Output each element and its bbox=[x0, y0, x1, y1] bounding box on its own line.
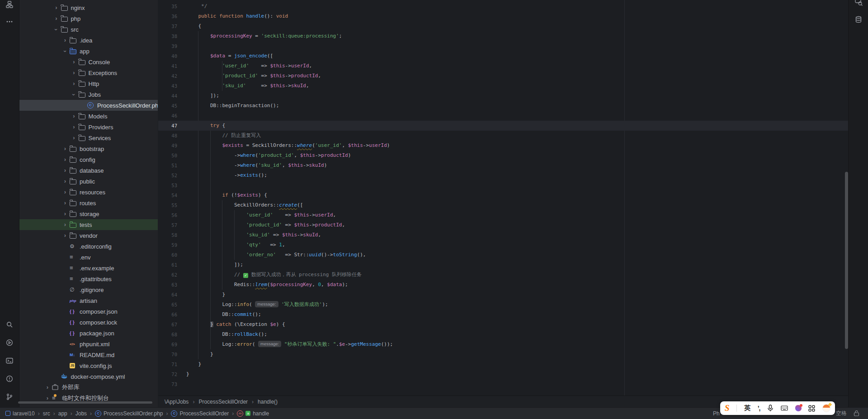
chevron-right-icon[interactable]: › bbox=[64, 178, 66, 184]
ime-skin-icon[interactable] bbox=[795, 405, 802, 411]
tree-item-composer.json[interactable]: { }composer.json bbox=[19, 306, 158, 317]
breadcrumb-item[interactable]: handle() bbox=[258, 399, 278, 405]
code-line-36[interactable]: 36 public function handle(): void bbox=[158, 11, 849, 21]
tree-item-config[interactable]: ›config bbox=[19, 154, 158, 165]
version-control-icon[interactable] bbox=[6, 393, 13, 400]
line-number[interactable]: 49 bbox=[158, 141, 177, 151]
chevron-right-icon[interactable]: › bbox=[47, 384, 48, 391]
tree-item--[interactable]: ›外部库 bbox=[19, 382, 158, 393]
chevron-right-icon[interactable]: › bbox=[73, 134, 75, 141]
code-line-43[interactable]: 43 'sku_id' => $this->skuId, bbox=[158, 81, 849, 91]
code-line-58[interactable]: 58 'sku_id' => $this->skuId, bbox=[158, 230, 849, 240]
code-line-47[interactable]: 47 try { bbox=[158, 121, 849, 131]
line-number[interactable]: 55 bbox=[158, 200, 177, 210]
chevron-down-icon[interactable]: › bbox=[62, 50, 69, 52]
code-line-64[interactable]: 64 } bbox=[158, 290, 849, 300]
tree-item-Services[interactable]: ›Services bbox=[19, 132, 158, 143]
code-line-38[interactable]: 38 $processingKey = 'seckill:queue:proce… bbox=[158, 31, 849, 41]
code-line-49[interactable]: 49 $exists = SeckillOrders::where('user_… bbox=[158, 141, 849, 151]
code-line-41[interactable]: 41 'user_id' => $this->userId, bbox=[158, 61, 849, 71]
tree-item-.gitattributes[interactable]: ≡.gitattributes bbox=[19, 273, 158, 284]
status-path-item[interactable]: CProcessSeckillOrder.php bbox=[95, 410, 163, 417]
code-line-69[interactable]: 69 Log::error( message: "秒杀订单写入失败: ".$e-… bbox=[158, 339, 849, 349]
line-number[interactable]: 52 bbox=[158, 170, 177, 180]
tree-item-public[interactable]: ›public bbox=[19, 176, 158, 187]
line-number[interactable]: 54 bbox=[158, 190, 177, 200]
tree-item-.env.example[interactable]: ≡.env.example bbox=[19, 263, 158, 273]
code-line-63[interactable]: 63 Redis::lrem($processingKey, 0, $data)… bbox=[158, 280, 849, 290]
code-line-71[interactable]: 71 } bbox=[158, 359, 849, 369]
tree-item-.editorconfig[interactable]: ⚙.editorconfig bbox=[19, 241, 158, 252]
chevron-right-icon[interactable]: › bbox=[64, 210, 66, 217]
chevron-right-icon[interactable]: › bbox=[64, 221, 66, 228]
editor-vertical-scrollbar[interactable] bbox=[845, 172, 848, 349]
code-line-42[interactable]: 42 'product_id' => $this->productId, bbox=[158, 71, 849, 81]
tree-item-Console[interactable]: ›Console bbox=[19, 56, 158, 67]
tree-item-vendor[interactable]: ›vendor bbox=[19, 230, 158, 241]
code-line-35[interactable]: 35 */ bbox=[158, 1, 849, 11]
chevron-right-icon[interactable]: › bbox=[55, 15, 57, 22]
tree-item-vite.config.js[interactable]: JSvite.config.js bbox=[19, 360, 158, 371]
status-path-item[interactable]: Jobs bbox=[75, 410, 87, 417]
virtual-keyboard-icon[interactable] bbox=[781, 405, 788, 411]
microphone-icon[interactable] bbox=[767, 405, 774, 412]
services-icon[interactable] bbox=[6, 339, 13, 346]
chevron-right-icon[interactable]: › bbox=[73, 58, 75, 65]
tree-item-docker-compose.yml[interactable]: docker-compose.yml bbox=[19, 371, 158, 382]
line-number[interactable]: 71 bbox=[158, 359, 177, 369]
chevron-right-icon[interactable]: › bbox=[64, 188, 66, 195]
unlock-icon[interactable] bbox=[854, 410, 859, 418]
line-number[interactable]: 44 bbox=[158, 91, 177, 101]
sogou-logo-icon[interactable]: S bbox=[725, 403, 730, 413]
status-path-item[interactable]: mahandle bbox=[237, 410, 269, 417]
code-line-68[interactable]: 68 DB::rollBack(); bbox=[158, 330, 849, 339]
find-icon[interactable] bbox=[855, 0, 862, 5]
code-line-40[interactable]: 40 $data = json_encode([ bbox=[158, 51, 849, 61]
code-line-59[interactable]: 59 'qty' => 1, bbox=[158, 240, 849, 250]
chevron-down-icon[interactable]: › bbox=[71, 94, 77, 95]
code-line-65[interactable]: 65 Log::info( message: '写入数据库成功'); bbox=[158, 300, 849, 310]
line-number[interactable]: 38 bbox=[158, 31, 177, 41]
project-icon[interactable] bbox=[6, 1, 13, 8]
tree-item-Jobs[interactable]: ›Jobs bbox=[19, 89, 158, 100]
code-line-66[interactable]: 66 DB::commit(); bbox=[158, 310, 849, 320]
line-number[interactable]: 42 bbox=[158, 71, 177, 81]
tree-item-.idea[interactable]: ›.idea bbox=[19, 35, 158, 46]
ime-language-toggle[interactable]: 英 bbox=[744, 404, 750, 412]
tree-item-resources[interactable]: ›resources bbox=[19, 187, 158, 198]
code-line-60[interactable]: 60 'order_no' => Str::uuid()->toString()… bbox=[158, 250, 849, 260]
breadcrumb-item[interactable]: \App\Jobs bbox=[165, 399, 189, 405]
line-number[interactable]: 65 bbox=[158, 300, 177, 310]
code-line-61[interactable]: 61 ]); bbox=[158, 260, 849, 270]
ime-punctuation-toggle[interactable]: ’, bbox=[758, 405, 760, 412]
code-line-39[interactable]: 39 bbox=[158, 41, 849, 51]
tree-item-ProcessSeckillOrder.php[interactable]: CProcessSeckillOrder.php bbox=[19, 100, 158, 111]
line-number[interactable]: 41 bbox=[158, 61, 177, 71]
chevron-right-icon[interactable]: › bbox=[73, 113, 75, 119]
database-icon[interactable] bbox=[855, 16, 862, 23]
code-line-46[interactable]: 46 bbox=[158, 111, 849, 121]
line-number[interactable]: 60 bbox=[158, 250, 177, 260]
status-path-item[interactable]: src bbox=[43, 410, 50, 417]
tree-item-routes[interactable]: ›routes bbox=[19, 198, 158, 208]
line-number[interactable]: 59 bbox=[158, 240, 177, 250]
tree-item-Http[interactable]: ›Http bbox=[19, 78, 158, 89]
breadcrumb-item[interactable]: ProcessSeckillOrder bbox=[198, 399, 248, 405]
code-line-54[interactable]: 54 if (!$exists) { bbox=[158, 190, 849, 200]
chevron-right-icon[interactable]: › bbox=[73, 123, 75, 130]
line-number[interactable]: 61 bbox=[158, 260, 177, 270]
line-number[interactable]: 70 bbox=[158, 349, 177, 359]
tree-item-.gitignore[interactable]: ∅.gitignore bbox=[19, 284, 158, 295]
line-number[interactable]: 72 bbox=[158, 369, 177, 379]
line-number[interactable]: 66 bbox=[158, 310, 177, 320]
line-number[interactable]: 50 bbox=[158, 151, 177, 160]
chevron-right-icon[interactable]: › bbox=[73, 80, 75, 87]
line-number[interactable]: 67 bbox=[158, 320, 177, 330]
code-line-44[interactable]: 44 ]); bbox=[158, 91, 849, 101]
tree-item-php[interactable]: ›php bbox=[19, 13, 158, 24]
tree-item-README.md[interactable]: M↓README.md bbox=[19, 349, 158, 360]
code-line-67[interactable]: 67 } catch (\Exception $e) { bbox=[158, 320, 849, 330]
chevron-right-icon[interactable]: › bbox=[55, 4, 57, 11]
tree-item-package.json[interactable]: { }package.json bbox=[19, 328, 158, 339]
code-line-57[interactable]: 57 'product_id' => $this->productId, bbox=[158, 220, 849, 230]
